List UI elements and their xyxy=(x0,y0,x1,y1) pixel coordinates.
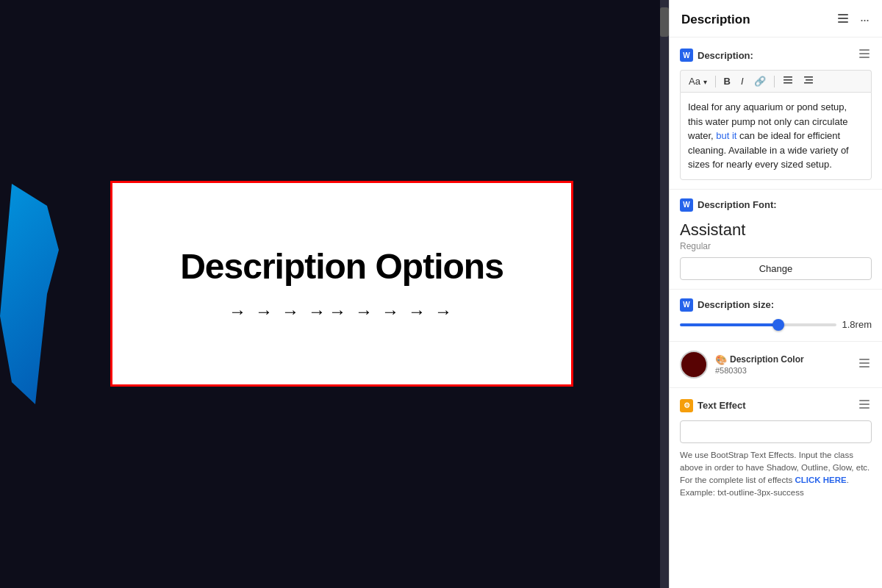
rte-content[interactable]: Ideal for any aquarium or pond setup, th… xyxy=(680,92,872,180)
rte-list-btn[interactable] xyxy=(779,74,797,89)
arrow-6: → xyxy=(381,301,402,322)
canvas-scrollbar[interactable] xyxy=(660,0,669,588)
arrow-7: → xyxy=(408,301,429,322)
color-hex: #580303 xyxy=(715,366,804,375)
svg-rect-0 xyxy=(838,14,848,15)
panel-header: Description ··· xyxy=(670,0,882,37)
text-effect-label-text: Text Effect xyxy=(698,400,746,411)
svg-rect-4 xyxy=(859,53,870,54)
font-style: Regular xyxy=(680,241,872,251)
text-effect-input[interactable] xyxy=(680,420,872,443)
rte-toolbar: Aa ▾ B I 🔗 xyxy=(680,70,872,92)
description-section: W Description: Aa ▾ B I 🔗 xyxy=(670,37,882,190)
svg-rect-14 xyxy=(859,366,870,368)
slider-track xyxy=(680,323,836,326)
description-size-section: W Description size: 1.8rem xyxy=(670,290,882,342)
rte-divider-1 xyxy=(715,76,716,87)
description-font-section: W Description Font: Assistant Regular Ch… xyxy=(670,190,882,290)
text-effect-icon: ⚙ xyxy=(680,399,693,412)
font-label: W Description Font: xyxy=(680,198,777,212)
color-emoji: 🎨 xyxy=(715,354,727,365)
rte-font-btn[interactable]: Aa ▾ xyxy=(685,74,711,88)
font-label-text: Description Font: xyxy=(698,199,777,210)
rte-text-2: but it xyxy=(716,130,736,141)
svg-rect-2 xyxy=(838,21,848,23)
right-panel: Description ··· W Description: xyxy=(669,0,882,588)
rte-indent-btn[interactable] xyxy=(800,74,817,89)
size-value: 1.8rem xyxy=(842,319,872,330)
size-label-text: Description size: xyxy=(698,299,774,310)
description-label-text: Description: xyxy=(698,50,753,61)
description-label-row: W Description: xyxy=(680,46,872,64)
rte-italic-btn[interactable]: I xyxy=(737,74,747,88)
text-effect-label: ⚙ Text Effect xyxy=(680,399,746,412)
svg-rect-17 xyxy=(859,407,870,409)
description-icon: W xyxy=(680,49,693,62)
svg-rect-8 xyxy=(784,82,792,84)
color-swatch[interactable] xyxy=(680,351,708,379)
arrow-5: → xyxy=(355,301,376,322)
color-label-text: Description Color xyxy=(730,354,804,365)
svg-rect-13 xyxy=(859,362,870,364)
panel-header-icons: ··· xyxy=(835,10,870,29)
svg-rect-6 xyxy=(784,76,792,78)
color-label: 🎨 Description Color xyxy=(715,354,804,365)
description-color-section: 🎨 Description Color #580303 xyxy=(670,342,882,388)
canvas-area: Description Options → → → →→ → → → → xyxy=(0,0,669,588)
svg-rect-9 xyxy=(804,76,813,78)
arrow-2: → xyxy=(255,301,276,322)
font-label-row: W Description Font: xyxy=(680,198,872,212)
text-effect-label-row: ⚙ Text Effect xyxy=(680,397,872,415)
color-layers-icon[interactable] xyxy=(857,356,872,373)
description-label: W Description: xyxy=(680,49,753,62)
text-effect-section: ⚙ Text Effect We use BootStrap Text Effe… xyxy=(670,388,882,509)
arrow-3: → xyxy=(282,301,302,322)
scrollbar-thumb[interactable] xyxy=(660,7,669,37)
size-label-row: W Description size: xyxy=(680,298,872,312)
svg-rect-10 xyxy=(806,79,813,81)
svg-rect-5 xyxy=(859,57,870,58)
svg-rect-1 xyxy=(838,18,848,19)
svg-rect-12 xyxy=(859,359,870,360)
arrow-1: → xyxy=(229,301,249,322)
content-box-title: Description Options xyxy=(180,246,503,287)
more-options-icon[interactable]: ··· xyxy=(858,11,870,29)
rte-divider-2 xyxy=(774,76,775,87)
size-row: 1.8rem xyxy=(680,318,872,332)
size-section-icon: W xyxy=(680,298,693,312)
text-effect-layers-icon[interactable] xyxy=(857,397,872,415)
description-layers-icon[interactable] xyxy=(857,46,872,64)
layers-header-icon[interactable] xyxy=(835,10,851,29)
change-font-button[interactable]: Change xyxy=(680,257,872,280)
slider-thumb[interactable] xyxy=(772,319,784,331)
text-effect-hint: We use BootStrap Text Effects. Input the… xyxy=(680,449,872,500)
text-effect-link[interactable]: CLICK HERE xyxy=(795,476,846,484)
arrow-4: →→ xyxy=(308,301,349,322)
color-info: 🎨 Description Color #580303 xyxy=(715,354,804,375)
svg-rect-3 xyxy=(859,49,870,51)
size-label: W Description size: xyxy=(680,298,774,312)
font-name: Assistant xyxy=(680,218,872,241)
arrow-8: → xyxy=(434,301,455,322)
svg-rect-11 xyxy=(804,82,813,84)
blue-figure-decoration xyxy=(0,184,59,404)
arrows-row: → → → →→ → → → → xyxy=(229,301,455,322)
content-box: Description Options → → → →→ → → → → xyxy=(110,181,573,387)
size-slider-container[interactable] xyxy=(680,318,836,332)
font-section-icon: W xyxy=(680,198,693,212)
rte-link-btn[interactable]: 🔗 xyxy=(750,74,770,88)
svg-rect-15 xyxy=(859,400,870,401)
rte-bold-btn[interactable]: B xyxy=(720,74,734,88)
svg-rect-16 xyxy=(859,404,870,405)
svg-rect-7 xyxy=(784,79,792,81)
canvas-background: Description Options → → → →→ → → → → xyxy=(0,0,660,588)
panel-title: Description xyxy=(681,12,750,27)
